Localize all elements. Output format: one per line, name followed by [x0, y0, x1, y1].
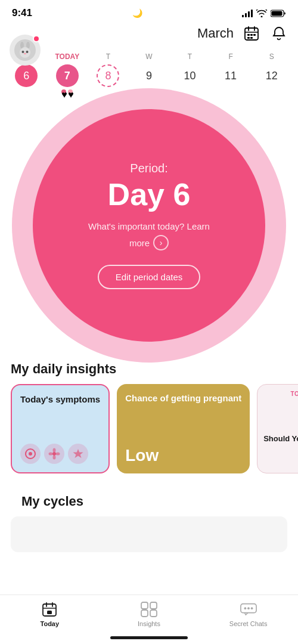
- pregnant-card-title: Chance of getting pregnant: [125, 392, 241, 404]
- cal-day-num-10[interactable]: 10: [179, 64, 201, 87]
- cal-day-num-9[interactable]: 9: [138, 64, 160, 87]
- status-icons: [242, 10, 286, 17]
- cal-day-label: W: [145, 52, 152, 61]
- period-label: Period:: [130, 162, 167, 175]
- heart-dot-1: ♥: [61, 89, 66, 94]
- insights-nav-label: Insights: [138, 620, 160, 627]
- cal-hearts: ♥ ♥: [61, 89, 73, 94]
- svg-rect-13: [247, 34, 250, 36]
- cal-day-7[interactable]: TODAY 7 ♥ ♥: [52, 52, 83, 94]
- learn-more-row[interactable]: more ›: [129, 235, 169, 250]
- avatar-bunny-icon: [14, 39, 36, 61]
- pregnant-card[interactable]: Chance of getting pregnant Low: [117, 384, 250, 473]
- svg-point-8: [24, 53, 26, 54]
- edit-period-dates-button[interactable]: Edit period dates: [98, 265, 201, 289]
- symptoms-card[interactable]: Today's symptoms: [11, 384, 110, 473]
- svg-point-22: [53, 456, 56, 460]
- pregnant-card-value: Low: [125, 446, 241, 465]
- nav-today[interactable]: Today: [26, 601, 73, 627]
- cal-today-label: TODAY: [55, 52, 80, 61]
- svg-point-5: [20, 47, 30, 58]
- cal-day-12[interactable]: S 12: [256, 52, 287, 87]
- status-moon-icon: 🌙: [132, 8, 142, 18]
- calendar-today-icon: [42, 602, 57, 617]
- svg-point-6: [22, 51, 24, 53]
- header-nav: March: [0, 21, 298, 48]
- status-bar: 9:41 🌙: [0, 0, 298, 21]
- symptom-icon-3: [68, 444, 88, 464]
- svg-rect-17: [250, 37, 253, 39]
- today-nav-icon: [41, 601, 58, 618]
- sex-card-text: Should You Pee After Sex?: [263, 434, 298, 444]
- learn-more-chevron[interactable]: ›: [153, 235, 169, 250]
- home-indicator: [110, 636, 188, 639]
- svg-point-23: [49, 453, 53, 456]
- avatar-area[interactable]: [10, 35, 41, 66]
- cal-day-10[interactable]: T 10: [175, 52, 206, 87]
- cycles-section-title: My cycles: [11, 483, 287, 516]
- calendar-icon: [244, 26, 259, 41]
- symptom-icon-2: [44, 444, 64, 464]
- svg-rect-16: [247, 37, 250, 39]
- svg-point-21: [53, 448, 56, 453]
- bell-icon-btn[interactable]: [269, 24, 288, 43]
- cal-day-label: T: [106, 52, 110, 61]
- cal-day-num-11[interactable]: 11: [219, 64, 242, 87]
- secret-chats-icon: [240, 603, 257, 616]
- svg-rect-30: [47, 611, 52, 614]
- symptoms-icons: [20, 444, 100, 464]
- nav-secret-chats[interactable]: Secret Chats: [225, 601, 272, 627]
- svg-point-20: [52, 452, 56, 456]
- cal-day-num-6[interactable]: 6: [15, 64, 38, 87]
- svg-rect-32: [150, 602, 157, 609]
- symptoms-card-title: Today's symptoms: [20, 394, 100, 405]
- avatar-notification-dot: [33, 35, 40, 42]
- period-circle-container: Period: Day 6 What's important today? Le…: [0, 100, 298, 351]
- calendar-icon-btn[interactable]: [242, 24, 261, 43]
- star-icon: [72, 448, 84, 460]
- month-label: March: [197, 26, 234, 41]
- circle-icon: [24, 448, 36, 460]
- cycles-section: My cycles: [0, 483, 298, 552]
- cal-day-label: S: [269, 52, 274, 61]
- svg-rect-33: [141, 610, 148, 617]
- wifi-icon: [256, 10, 267, 17]
- cal-day-num-12[interactable]: 12: [260, 64, 283, 87]
- svg-point-38: [250, 607, 253, 609]
- bell-icon: [271, 26, 287, 41]
- sex-card[interactable]: TODAY IN SEX ♥ Should You Pee After Sex?: [257, 384, 298, 473]
- today-nav-label: Today: [41, 620, 60, 627]
- cal-day-num-8[interactable]: 8: [97, 64, 119, 87]
- period-day: Day 6: [108, 178, 191, 212]
- insights-scroll: Today's symptoms: [0, 384, 298, 483]
- svg-point-19: [29, 452, 32, 456]
- svg-rect-15: [253, 34, 256, 36]
- calendar-week: S 6 TODAY 7 ♥ ♥ T 8 W 9 T 10 F: [0, 48, 298, 94]
- status-time: 9:41: [12, 7, 32, 19]
- heart-dot-2: ♥: [68, 89, 73, 94]
- cal-day-11[interactable]: F 11: [215, 52, 246, 87]
- cal-day-8[interactable]: T 8: [92, 52, 123, 87]
- cycles-preview: [11, 516, 287, 552]
- flower-icon: [48, 448, 60, 460]
- cal-day-label: T: [188, 52, 192, 61]
- svg-rect-34: [150, 610, 157, 617]
- avatar[interactable]: [10, 35, 41, 66]
- battery-icon: [271, 10, 286, 17]
- insights-nav-icon: [141, 601, 157, 618]
- svg-point-37: [247, 607, 250, 609]
- insights-icon: [141, 602, 157, 617]
- nav-insights[interactable]: Insights: [125, 601, 173, 627]
- svg-rect-31: [141, 602, 148, 609]
- cal-day-label: F: [228, 52, 232, 61]
- today-in-sex-badge: TODAY IN SEX: [263, 391, 298, 397]
- period-sub-text: What's important today? Learn: [88, 220, 210, 233]
- period-main-circle: Period: Day 6 What's important today? Le…: [33, 109, 265, 342]
- cal-day-9[interactable]: W 9: [134, 52, 164, 87]
- symptom-icon-1: [20, 444, 41, 464]
- secret-chats-nav-icon: [240, 601, 257, 618]
- learn-more-text: more: [129, 238, 150, 248]
- cal-day-num-7[interactable]: 7: [56, 64, 79, 87]
- secret-chats-nav-label: Secret Chats: [229, 620, 268, 627]
- svg-marker-25: [73, 449, 83, 458]
